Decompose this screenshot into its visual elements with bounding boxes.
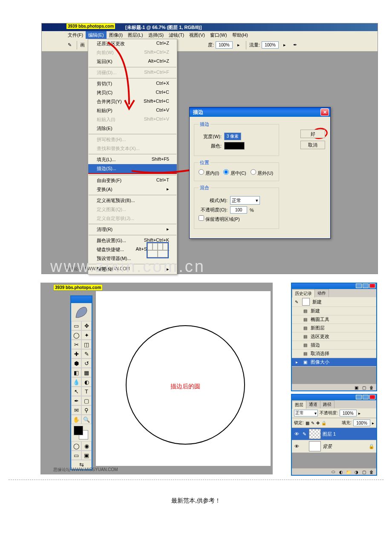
notes-tool-icon[interactable]: ✉	[71, 405, 81, 415]
menu-undo[interactable]: 还原选区更改Ctrl+Z	[88, 39, 177, 48]
palette-cell[interactable]	[158, 250, 168, 257]
menu-paste[interactable]: 粘贴(P)Ctrl+V	[88, 106, 177, 115]
menu-free-transform[interactable]: 自由变换(F)Ctrl+T	[88, 176, 177, 185]
flow-input[interactable]	[262, 41, 279, 49]
color-picker[interactable]	[71, 424, 92, 441]
menu-define-brush[interactable]: 定义画笔预设(B)...	[88, 196, 177, 205]
lock-paint-icon[interactable]: ✎	[311, 421, 314, 425]
blur-tool-icon[interactable]: 💧	[71, 377, 81, 387]
dialog-title-bar[interactable]: 描边 ✕	[190, 107, 330, 117]
layer-row[interactable]: 👁 ✎ 图层 1	[292, 428, 376, 440]
lock-all-icon[interactable]: 🔒	[321, 421, 326, 425]
minimize-icon[interactable]	[356, 283, 362, 288]
heal-tool-icon[interactable]: ✚	[71, 349, 81, 358]
canvas[interactable]: 描边后的圆	[96, 291, 271, 466]
tab-actions[interactable]: 动作	[314, 289, 329, 297]
layer-opacity-input[interactable]	[340, 410, 357, 416]
link-icon[interactable]: ✎	[301, 431, 307, 437]
menu-file[interactable]: 文件(F)	[65, 31, 86, 39]
history-item[interactable]: ▤描边	[292, 341, 376, 350]
move-tool-icon[interactable]: ✥	[81, 321, 92, 330]
marquee-tool-icon[interactable]: ▭	[71, 321, 81, 330]
history-item-current[interactable]: ▸▣图像大小	[292, 358, 376, 367]
menu-select[interactable]: 选择(S)	[146, 31, 167, 39]
trash-icon[interactable]: 🗑	[369, 469, 375, 475]
tab-layers[interactable]: 图层	[292, 401, 306, 409]
history-item[interactable]: ▤新建	[292, 307, 376, 315]
slice-tool-icon[interactable]: ◫	[81, 340, 92, 349]
history-brush-icon[interactable]: ↺	[81, 358, 92, 368]
menu-filter[interactable]: 滤镜(T)	[166, 31, 187, 39]
fx-icon[interactable]: ⬭	[330, 469, 336, 475]
history-item[interactable]: ▤取消选择	[292, 350, 376, 358]
menu-layer[interactable]: 图层(L)	[125, 31, 145, 39]
brush-tool-icon[interactable]: ✎	[65, 41, 74, 49]
visibility-icon[interactable]: 👁	[294, 431, 300, 437]
preserve-transparency[interactable]: 保留透明区域(P)	[199, 215, 240, 223]
menu-clear[interactable]: 清除(E)	[88, 124, 177, 133]
brush-tool-icon[interactable]: ✎	[81, 349, 92, 358]
dodge-tool-icon[interactable]: ◐	[81, 377, 92, 387]
menu-copy-merged[interactable]: 合并拷贝(Y)Shift+Ctrl+C	[88, 97, 177, 106]
minimize-icon[interactable]	[356, 395, 362, 399]
new-snapshot-icon[interactable]: ▣	[353, 384, 359, 390]
menu-copy[interactable]: 拷贝(C)Ctrl+C	[88, 88, 177, 97]
tab-channels[interactable]: 通道	[306, 400, 320, 408]
trash-icon[interactable]: 🗑	[369, 384, 375, 390]
visibility-icon[interactable]: 👁	[294, 443, 300, 449]
maximize-icon[interactable]	[363, 395, 369, 399]
path-tool-icon[interactable]: ↖	[71, 387, 81, 396]
menu-window[interactable]: 窗口(W)	[208, 31, 230, 39]
mask-icon[interactable]: ◐	[338, 469, 344, 475]
quickmask-edit-icon[interactable]: ◉	[81, 441, 92, 451]
close-icon[interactable]	[369, 283, 375, 288]
menu-help[interactable]: 帮助(H)	[230, 31, 251, 39]
radio-inside[interactable]: 居内(I)	[199, 169, 219, 176]
palette-cell[interactable]	[153, 243, 158, 250]
lock-transparency-icon[interactable]: ▦	[306, 421, 309, 425]
lock-position-icon[interactable]: ✥	[316, 421, 320, 425]
blend-mode-select[interactable]: 正常▾	[230, 196, 260, 205]
tab-paths[interactable]: 路径	[320, 400, 334, 408]
menu-transform[interactable]: 变换(A)▸	[88, 185, 177, 194]
crop-tool-icon[interactable]: ✂	[71, 340, 81, 349]
cancel-button[interactable]: 取消	[300, 141, 325, 149]
close-icon[interactable]: ✕	[320, 108, 329, 116]
type-tool-icon[interactable]: T	[81, 387, 92, 396]
blend-mode-select[interactable]: 正常▾	[294, 410, 318, 416]
maximize-icon[interactable]	[363, 283, 369, 288]
layer-thumbnail[interactable]	[309, 441, 321, 451]
toolbox-titlebar[interactable]	[71, 296, 92, 303]
folder-icon[interactable]: 📁	[346, 469, 352, 475]
ok-button[interactable]: 好	[300, 130, 325, 138]
menu-view[interactable]: 视图(V)	[187, 31, 208, 39]
history-snapshot[interactable]: ✎新建	[292, 297, 376, 307]
radio-center[interactable]: 居中(C)	[223, 169, 246, 176]
radio-outside[interactable]: 居外(U)	[251, 169, 273, 176]
airbrush-icon[interactable]: ✒	[291, 41, 299, 49]
wand-tool-icon[interactable]: ✦	[81, 330, 92, 340]
stroke-color-swatch[interactable]	[224, 142, 245, 150]
lasso-tool-icon[interactable]: ◯	[71, 330, 81, 340]
quickmask-icon[interactable]: ◯	[71, 441, 81, 451]
new-layer-icon[interactable]: ▢	[361, 469, 367, 475]
history-item[interactable]: ▤新图层	[292, 324, 376, 332]
shape-tool-icon[interactable]: ▢	[81, 396, 92, 405]
chevron-right-icon[interactable]: ▸	[234, 41, 243, 49]
link-icon[interactable]	[301, 443, 307, 449]
history-item[interactable]: ▤椭圆工具	[292, 315, 376, 324]
opacity-input[interactable]	[216, 41, 233, 49]
stamp-tool-icon[interactable]: ⬢	[71, 358, 81, 368]
menu-cut[interactable]: 剪切(T)Ctrl+X	[88, 79, 177, 88]
pen-tool-icon[interactable]: ✒	[71, 396, 81, 405]
gradient-tool-icon[interactable]: ▦	[81, 368, 92, 377]
new-doc-icon[interactable]: ▢	[361, 384, 367, 390]
layer-thumbnail[interactable]	[309, 429, 321, 439]
menu-stroke[interactable]: 描边(S)...	[88, 164, 177, 174]
stroke-width-input[interactable]	[224, 133, 241, 140]
hand-tool-icon[interactable]: ✋	[71, 415, 81, 424]
zoom-tool-icon[interactable]: 🔍	[81, 415, 92, 424]
layer-row[interactable]: 👁 背景 🔒	[292, 440, 376, 453]
menu-step-back[interactable]: 返回(K)Alt+Ctrl+Z	[88, 57, 177, 66]
menu-fill[interactable]: 填充(L)...Shift+F5	[88, 155, 177, 164]
